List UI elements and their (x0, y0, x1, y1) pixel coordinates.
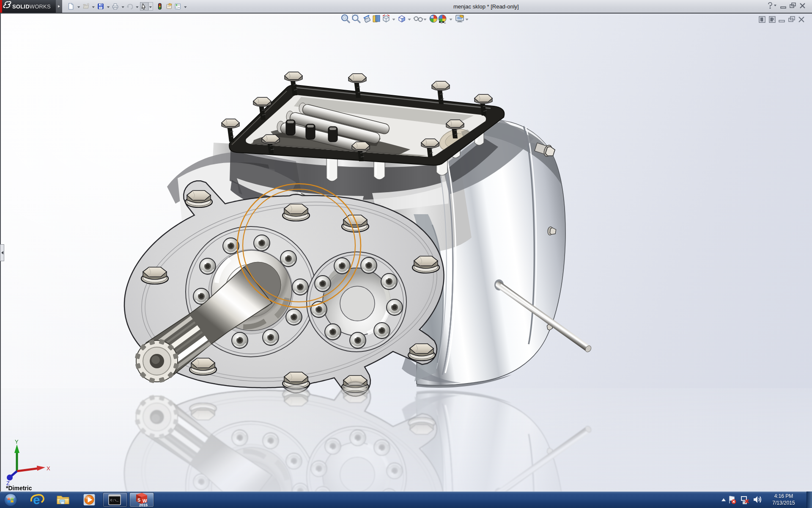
svg-text:S: S (137, 497, 140, 502)
svg-text:SOLIDWORKS: SOLIDWORKS (12, 3, 51, 10)
svg-text:C:\_: C:\_ (110, 498, 118, 502)
svg-text:2015: 2015 (139, 503, 148, 507)
svg-text:X: X (47, 465, 50, 472)
svg-text:Y: Y (15, 439, 19, 445)
